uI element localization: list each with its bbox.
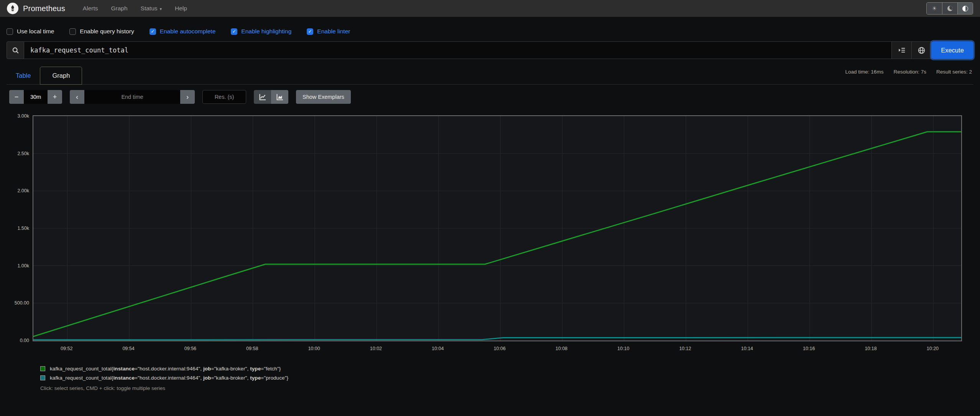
time-back-button[interactable]: ‹ [70,90,84,104]
x-tick-label: 10:10 [617,346,629,351]
x-tick-label: 10:08 [556,346,567,351]
legend-swatch [40,375,45,380]
nav-links: Alerts Graph Status▾ Help [83,5,187,12]
end-time-group: ‹ › [70,90,195,104]
y-tick-label: 0.00 [0,338,29,343]
x-tick-label: 10:02 [370,346,382,351]
graph-controls: − + ‹ › Show Exemplars [9,90,973,104]
y-tick-label: 2.50k [0,151,29,156]
legend-series-label: kafka_request_count_total{instance="host… [50,375,288,381]
checkbox-label: Enable linter [317,28,350,35]
moon-icon [947,6,953,11]
navbar: Prometheus Alerts Graph Status▾ Help ☀ [0,0,980,17]
metrics-explorer-button[interactable] [892,41,912,59]
y-tick-label: 500.00 [0,300,29,306]
chart-area: 0.00500.001.00k1.50k2.00k2.50k3.00k 09:5… [0,115,980,360]
legend-item[interactable]: kafka_request_count_total{instance="host… [40,375,980,381]
y-tick-label: 1.00k [0,263,29,269]
checkbox-use-local-time[interactable]: ✓ Use local time [7,28,54,35]
search-addon [7,41,24,59]
explain-query-button[interactable] [912,41,932,59]
half-circle-icon [962,6,968,11]
checkbox-enable-query-history[interactable]: ✓ Enable query history [69,28,134,35]
x-tick-label: 10:04 [432,346,444,351]
resolution: Resolution: 7s [893,69,926,75]
brand-title: Prometheus [23,4,65,13]
range-input[interactable] [24,90,48,104]
nav-item-alerts[interactable]: Alerts [83,5,98,12]
brand-link[interactable]: Prometheus [7,3,65,14]
chart-type-toggle [254,90,288,104]
line-chart-icon [258,93,267,101]
x-tick-label: 10:06 [493,346,505,351]
chevron-down-icon: ▾ [160,7,162,11]
x-tick-label: 09:56 [184,346,196,351]
y-tick-label: 3.00k [0,113,29,119]
x-tick-label: 09:58 [246,346,258,351]
resolution-input[interactable] [202,90,246,104]
checkbox-enable-autocomplete[interactable]: ✓ Enable autocomplete [150,28,216,35]
legend: kafka_request_count_total{instance="host… [40,366,980,391]
nav-item-status[interactable]: Status▾ [141,5,162,12]
stacked-chart-button[interactable] [271,90,288,104]
query-bar: Execute [7,41,973,59]
legend-swatch [40,366,45,371]
checkbox-box: ✓ [69,28,76,35]
globe-icon [918,46,926,54]
time-forward-button[interactable]: › [180,90,195,104]
legend-list: kafka_request_count_total{instance="host… [40,366,980,381]
checkbox-box: ✓ [150,28,156,35]
stacked-chart-icon [276,93,284,101]
tree-format-icon [898,46,906,54]
theme-toggle-group: ☀ [926,2,973,15]
line-chart-button[interactable] [254,90,271,104]
check-icon: ✓ [151,29,155,34]
end-time-input[interactable] [84,90,180,104]
checkbox-enable-linter[interactable]: ✓ Enable linter [307,28,350,35]
show-exemplars-button[interactable]: Show Exemplars [296,90,351,104]
checkbox-label: Use local time [17,28,54,35]
legend-hint: Click: select series, CMD + click: toggl… [40,385,980,391]
y-tick-label: 2.00k [0,188,29,193]
nav-item-help[interactable]: Help [175,5,187,12]
plot-canvas[interactable] [33,115,962,341]
x-tick-label: 09:52 [61,346,72,351]
result-series: Result series: 2 [936,69,972,75]
checkbox-box: ✓ [7,28,13,35]
x-tick-label: 10:16 [803,346,815,351]
x-tick-label: 10:14 [741,346,753,351]
range-increase-button[interactable]: + [48,90,62,104]
checkbox-box: ✓ [307,28,313,35]
check-icon: ✓ [308,29,312,34]
checkbox-enable-highlighting[interactable]: ✓ Enable highlighting [231,28,291,35]
execute-button[interactable]: Execute [931,41,973,59]
tabs-row: Table Graph Load time: 16ms Resolution: … [7,67,973,85]
load-time: Load time: 16ms [845,69,884,75]
range-decrease-button[interactable]: − [9,90,24,104]
check-icon: ✓ [232,29,236,34]
x-tick-label: 09:54 [122,346,134,351]
auto-theme-button[interactable] [957,3,973,14]
query-stats: Load time: 16ms Resolution: 7s Result se… [845,69,972,75]
checkbox-label: Enable highlighting [241,28,291,35]
light-theme-button[interactable]: ☀ [927,3,942,14]
tab-table[interactable]: Table [7,67,40,84]
dark-theme-button[interactable] [942,3,957,14]
series-line [33,337,961,340]
series-line [33,132,961,336]
tab-graph[interactable]: Graph [40,67,82,85]
checkbox-label: Enable query history [80,28,134,35]
search-icon [12,47,19,54]
checkbox-label: Enable autocomplete [160,28,216,35]
x-tick-label: 10:00 [308,346,320,351]
options-row: ✓ Use local time ✓ Enable query history … [0,17,980,37]
x-tick-label: 10:12 [679,346,691,351]
sun-icon: ☀ [932,5,937,12]
prometheus-torch-icon [7,3,18,14]
legend-item[interactable]: kafka_request_count_total{instance="host… [40,366,980,372]
x-tick-label: 10:18 [865,346,876,351]
x-tick-label: 10:20 [927,346,939,351]
y-tick-label: 1.50k [0,226,29,231]
nav-item-graph[interactable]: Graph [111,5,127,12]
query-input[interactable] [24,41,892,59]
